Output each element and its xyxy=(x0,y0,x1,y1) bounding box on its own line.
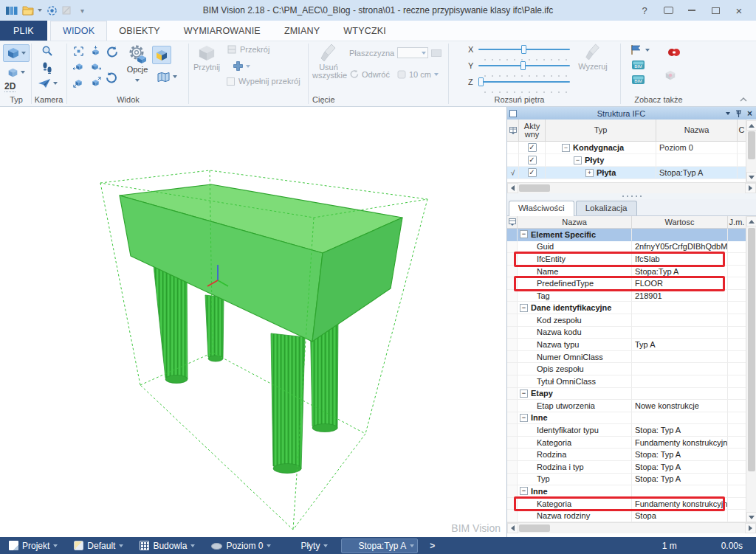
tab-wlasciwosci[interactable]: Właściwości xyxy=(509,201,574,216)
breadcrumb-expand-chevron[interactable]: > xyxy=(430,541,435,551)
rotate-ccw-button[interactable] xyxy=(104,44,119,59)
pin-icon[interactable] xyxy=(735,110,742,117)
property-row[interactable]: Kategoria Fundamenty konstrukcyjne xyxy=(507,437,746,449)
open-file-icon[interactable] xyxy=(22,5,35,15)
panel-menu-caret[interactable] xyxy=(726,112,730,115)
property-row[interactable]: Rodzina Stopa: Typ A xyxy=(507,449,746,461)
scroll-left-button[interactable] xyxy=(507,523,518,533)
property-row[interactable]: Kod zespołu xyxy=(507,314,746,327)
view-back-button[interactable] xyxy=(87,75,103,89)
scroll-up-button[interactable] xyxy=(746,216,756,226)
column-header-nazwa[interactable]: Nazwa xyxy=(656,120,738,141)
property-row[interactable]: Typ Stopa: Typ A xyxy=(507,474,746,486)
property-row[interactable]: Nazwa typu Typ A xyxy=(507,339,746,351)
active-checkbox[interactable]: ✓ xyxy=(528,143,537,152)
view-iso-button[interactable] xyxy=(70,75,86,89)
rotate-cw-button[interactable] xyxy=(104,70,119,85)
breadcrumb-item[interactable]: Default xyxy=(71,539,126,553)
tree-horizontal-scrollbar[interactable] xyxy=(507,182,756,193)
fullscreen-button[interactable] xyxy=(660,7,676,14)
ribbon-tab[interactable]: PLIK xyxy=(0,21,47,41)
target-icon[interactable] xyxy=(47,5,58,16)
slider-z-track[interactable] xyxy=(478,77,570,87)
expand-icon[interactable]: − xyxy=(574,156,582,165)
property-row[interactable]: IfcEntity IfcSlab xyxy=(507,253,746,266)
issues-button[interactable] xyxy=(667,47,681,58)
scroll-down-button[interactable] xyxy=(746,512,756,522)
scroll-up-button[interactable] xyxy=(746,120,756,131)
3d-viewport[interactable]: BIM Vision xyxy=(0,107,506,537)
map-button[interactable] xyxy=(151,69,183,84)
panel-close-icon[interactable]: × xyxy=(747,110,752,117)
property-row[interactable]: Etap utworzenia Nowe konstrukcje xyxy=(507,400,746,412)
slider-y-handle[interactable] xyxy=(520,61,526,70)
ribbon-tab[interactable]: WTYCZKI xyxy=(331,21,398,41)
property-row[interactable]: Nazwa kodu xyxy=(507,327,746,339)
breadcrumb-item[interactable]: Projekt xyxy=(6,539,61,553)
help-button[interactable]: ? xyxy=(636,5,653,16)
properties-horizontal-scrollbar[interactable] xyxy=(507,522,756,533)
expand-icon[interactable]: + xyxy=(585,169,594,177)
property-row[interactable]: −Element Specific xyxy=(507,229,746,241)
breadcrumb-dropdown-caret[interactable] xyxy=(119,544,123,547)
breadcrumb-item[interactable]: Stopa:Typ A xyxy=(341,539,418,553)
minimize-button[interactable] xyxy=(684,10,700,11)
breadcrumb-dropdown-caret[interactable] xyxy=(53,544,58,547)
property-row[interactable]: Tytuł OmniClass xyxy=(507,375,746,388)
zoom-extents-button[interactable] xyxy=(70,44,86,58)
scroll-down-button[interactable] xyxy=(746,172,756,182)
expand-icon[interactable]: − xyxy=(562,144,570,152)
column-header-typ[interactable]: Typ xyxy=(546,120,656,141)
grid-corner-icon[interactable] xyxy=(507,216,518,228)
breadcrumb-item[interactable]: Budowla xyxy=(137,539,198,553)
property-row[interactable]: Name Stopa:Typ A xyxy=(507,266,746,278)
property-row[interactable]: Rodzina i typ Stopa: Typ A xyxy=(507,461,746,474)
active-checkbox[interactable]: ✓ xyxy=(528,156,537,165)
column-header-nazwa[interactable]: Nazwa xyxy=(518,216,632,228)
zoom-button[interactable] xyxy=(38,44,56,58)
breadcrumb-item[interactable]: Płyty xyxy=(284,539,331,553)
property-row[interactable]: −Inne xyxy=(507,412,746,425)
walk-button[interactable] xyxy=(38,60,56,75)
collapse-ribbon-button[interactable] xyxy=(740,97,747,102)
scroll-right-button[interactable] xyxy=(745,183,756,193)
ribbon-tab[interactable]: ZMIANY xyxy=(272,21,331,41)
maximize-button[interactable] xyxy=(707,7,724,14)
breadcrumb-dropdown-caret[interactable] xyxy=(190,544,195,547)
property-row[interactable]: Tag 218901 xyxy=(507,290,746,302)
view-3d-button[interactable] xyxy=(3,44,30,62)
column-header-wartosc[interactable]: Wartosc xyxy=(632,216,728,228)
tree-row[interactable]: √ ✓ + Płyta Stopa:Typ A xyxy=(507,167,746,179)
property-row[interactable]: PredefinedType FLOOR xyxy=(507,277,746,290)
breadcrumb-dropdown-caret[interactable] xyxy=(323,544,328,547)
expand-icon[interactable]: − xyxy=(520,304,528,312)
scroll-thumb[interactable] xyxy=(748,131,755,159)
tab-lokalizacja[interactable]: Lokalizacja xyxy=(576,201,637,215)
bim-panel-button-1[interactable]: BIM xyxy=(632,60,645,69)
qat-customize-icon[interactable]: ▾ xyxy=(80,7,84,15)
open-file-dropdown-caret[interactable] xyxy=(38,9,42,12)
ribbon-tab[interactable]: WIDOK xyxy=(50,21,107,41)
property-row[interactable]: Numer OmniClass xyxy=(507,351,746,364)
add-section-button[interactable] xyxy=(233,60,250,72)
breadcrumb-item[interactable]: Poziom 0 xyxy=(208,539,274,553)
bim-panel-button-2[interactable]: BIM xyxy=(632,75,645,84)
property-row[interactable]: Guid 2nfnyY05rCrfgDIBhQdbMN xyxy=(507,241,746,254)
property-row[interactable]: Identyfikator typu Stopa: Typ A xyxy=(507,424,746,437)
scroll-right-button[interactable] xyxy=(745,523,756,533)
expand-icon[interactable]: − xyxy=(520,414,528,422)
property-row[interactable]: Opis zespołu xyxy=(507,363,746,375)
panel-splitter[interactable] xyxy=(507,193,756,199)
fly-button[interactable] xyxy=(35,77,61,90)
breadcrumb-dropdown-caret[interactable] xyxy=(410,544,414,547)
slider-x-track[interactable] xyxy=(478,44,570,55)
view-front-button[interactable] xyxy=(70,59,86,74)
expand-icon[interactable]: − xyxy=(520,389,528,398)
tree-vertical-scrollbar[interactable] xyxy=(746,120,756,182)
column-header-aktywny[interactable]: Akty wny xyxy=(519,120,546,141)
property-row[interactable]: Kategoria Fundamenty konstrukcyjne xyxy=(507,498,746,510)
classification-button[interactable] xyxy=(664,69,676,81)
property-row[interactable]: −Inne xyxy=(507,485,746,498)
flag-button[interactable] xyxy=(630,44,650,55)
view-2d-button[interactable]: 2D xyxy=(4,81,16,92)
